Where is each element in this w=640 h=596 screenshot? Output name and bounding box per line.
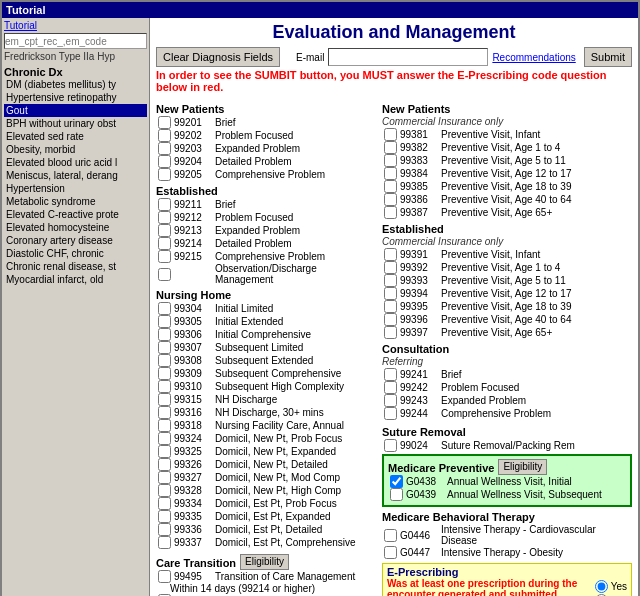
code-checkbox[interactable] (158, 237, 171, 250)
email-input[interactable] (328, 48, 488, 66)
list-item[interactable]: Chronic renal disease, st (4, 260, 147, 273)
list-item[interactable]: 99203Expanded Problem (156, 142, 376, 155)
list-item[interactable]: 99395Preventive Visit, Age 18 to 39 (382, 300, 632, 313)
list-item[interactable]: 99396Preventive Visit, Age 40 to 64 (382, 313, 632, 326)
code-checkbox[interactable] (158, 367, 171, 380)
code-checkbox[interactable] (158, 116, 171, 129)
list-item[interactable]: 99213Expanded Problem (156, 224, 376, 237)
code-checkbox[interactable] (158, 354, 171, 367)
list-item[interactable]: 99204Detailed Problem (156, 155, 376, 168)
list-item[interactable]: 99315NH Discharge (156, 393, 376, 406)
list-item[interactable]: 99391Preventive Visit, Infant (382, 248, 632, 261)
list-item[interactable]: 99244Comprehensive Problem (382, 407, 632, 420)
list-item[interactable]: Gout (4, 104, 147, 117)
g0438-checkbox[interactable] (390, 475, 403, 488)
code-checkbox[interactable] (158, 380, 171, 393)
code-checkbox[interactable] (384, 546, 397, 559)
code-checkbox[interactable] (158, 445, 171, 458)
list-item[interactable]: 99318Nursing Facility Care, Annual (156, 419, 376, 432)
list-item[interactable]: 99243Expanded Problem (382, 394, 632, 407)
code-checkbox[interactable] (158, 268, 171, 281)
code-checkbox[interactable] (384, 180, 397, 193)
list-item[interactable]: 99211Brief (156, 198, 376, 211)
list-item[interactable]: Meniscus, lateral, derang (4, 169, 147, 182)
list-item[interactable]: 99387Preventive Visit, Age 65+ (382, 206, 632, 219)
code-checkbox[interactable] (158, 341, 171, 354)
list-item[interactable]: 99324Domicil, New Pt, Prob Focus (156, 432, 376, 445)
list-item[interactable]: 99325Domicil, New Pt, Expanded (156, 445, 376, 458)
code-checkbox[interactable] (158, 419, 171, 432)
list-item[interactable]: 99326Domicil, New Pt, Detailed (156, 458, 376, 471)
code-checkbox[interactable] (158, 510, 171, 523)
code-checkbox[interactable] (384, 529, 397, 542)
list-item[interactable]: 99397Preventive Visit, Age 65+ (382, 326, 632, 339)
list-item[interactable]: 99386Preventive Visit, Age 40 to 64 (382, 193, 632, 206)
code-checkbox[interactable] (384, 206, 397, 219)
list-item[interactable]: 99394Preventive Visit, Age 12 to 17 (382, 287, 632, 300)
list-item[interactable]: 99305Initial Extended (156, 315, 376, 328)
list-item[interactable]: Hypertension (4, 182, 147, 195)
code-checkbox[interactable] (158, 458, 171, 471)
list-item[interactable]: DM (diabetes mellitus) ty (4, 78, 147, 91)
list-item[interactable]: 99308Subsequent Extended (156, 354, 376, 367)
list-item[interactable]: 99393Preventive Visit, Age 5 to 11 (382, 274, 632, 287)
list-item[interactable]: 99201Brief (156, 116, 376, 129)
list-item[interactable]: 99382Preventive Visit, Age 1 to 4 (382, 141, 632, 154)
list-item[interactable]: Elevated C-reactive prote (4, 208, 147, 221)
code-checkbox[interactable] (384, 248, 397, 261)
list-item[interactable]: Myocardial infarct, old (4, 273, 147, 286)
code-checkbox[interactable] (384, 128, 397, 141)
list-item[interactable]: 99385Preventive Visit, Age 18 to 39 (382, 180, 632, 193)
code-checkbox[interactable] (384, 193, 397, 206)
code-checkbox[interactable] (158, 250, 171, 263)
list-item[interactable]: G0439Annual Wellness Visit, Subsequent (388, 488, 626, 501)
list-item[interactable]: 99306Initial Comprehensive (156, 328, 376, 341)
list-item[interactable]: G0446Intensive Therapy - Cardiovascular … (382, 524, 632, 546)
list-item[interactable]: 99383Preventive Visit, Age 5 to 11 (382, 154, 632, 167)
code-checkbox[interactable] (384, 326, 397, 339)
code-checkbox[interactable] (384, 313, 397, 326)
code-checkbox[interactable] (384, 141, 397, 154)
em-code-input[interactable] (4, 33, 147, 49)
code-checkbox[interactable] (158, 536, 171, 549)
code-checkbox[interactable] (158, 471, 171, 484)
clear-diagnosis-button[interactable]: Clear Diagnosis Fields (156, 47, 280, 67)
code-checkbox[interactable] (158, 497, 171, 510)
left-panel-link[interactable]: Tutorial (4, 20, 147, 31)
list-item[interactable]: 99495Transition of Care Management (156, 570, 376, 583)
list-item[interactable]: 99310Subsequent High Complexity (156, 380, 376, 393)
code-checkbox[interactable] (384, 287, 397, 300)
code-checkbox[interactable] (158, 155, 171, 168)
code-checkbox[interactable] (158, 315, 171, 328)
code-checkbox[interactable] (384, 300, 397, 313)
code-checkbox[interactable] (158, 224, 171, 237)
recommendations-link[interactable]: Recommendations (492, 52, 575, 63)
code-checkbox[interactable] (158, 570, 171, 583)
list-item[interactable]: G0447Intensive Therapy - Obesity (382, 546, 632, 559)
list-item[interactable]: 99335Domicil, Est Pt, Expanded (156, 510, 376, 523)
list-item[interactable]: Coronary artery disease (4, 234, 147, 247)
list-item[interactable]: 99214Detailed Problem (156, 237, 376, 250)
code-checkbox[interactable] (384, 154, 397, 167)
list-item[interactable]: 99304Initial Limited (156, 302, 376, 315)
list-item[interactable]: 99205Comprehensive Problem (156, 168, 376, 181)
code-checkbox[interactable] (158, 302, 171, 315)
list-item[interactable]: G0438Annual Wellness Visit, Initial (388, 475, 626, 488)
list-item[interactable]: Observation/Discharge Management (156, 263, 376, 285)
list-item[interactable]: 99334Domicil, Est Pt, Prob Focus (156, 497, 376, 510)
code-checkbox[interactable] (384, 381, 397, 394)
list-item[interactable]: Hypertensive retinopathy (4, 91, 147, 104)
list-item[interactable]: 99242Problem Focused (382, 381, 632, 394)
list-item[interactable]: Elevated sed rate (4, 130, 147, 143)
eprescribing-yes-label[interactable]: Yes (595, 580, 627, 593)
code-checkbox[interactable] (384, 407, 397, 420)
code-checkbox[interactable] (384, 261, 397, 274)
list-item[interactable]: 99307Subsequent Limited (156, 341, 376, 354)
list-item[interactable]: 99241Brief (382, 368, 632, 381)
list-item[interactable]: 99215Comprehensive Problem (156, 250, 376, 263)
code-checkbox[interactable] (158, 168, 171, 181)
code-checkbox[interactable] (158, 198, 171, 211)
code-checkbox[interactable] (158, 432, 171, 445)
list-item[interactable]: 99392Preventive Visit, Age 1 to 4 (382, 261, 632, 274)
code-checkbox[interactable] (158, 211, 171, 224)
